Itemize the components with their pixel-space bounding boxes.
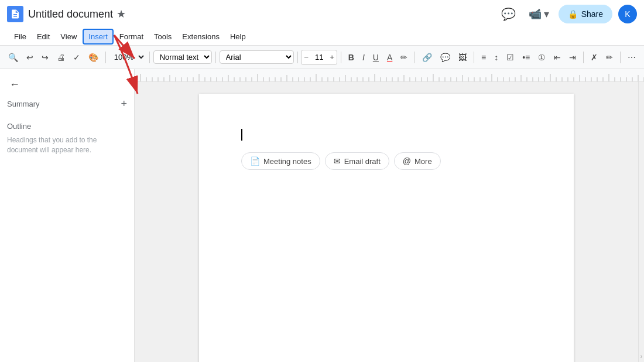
- spellcheck-button[interactable]: ✓: [70, 50, 84, 64]
- menu-item-format[interactable]: Format: [115, 30, 148, 43]
- indent-increase-button[interactable]: ⇥: [566, 50, 580, 64]
- summary-label: Summary: [7, 100, 40, 108]
- highlight-button[interactable]: ✏: [397, 50, 411, 64]
- font-size-decrease[interactable]: −: [302, 53, 311, 62]
- sep3: [215, 52, 216, 63]
- chip-icon: @: [403, 156, 411, 166]
- sep6: [415, 52, 415, 63]
- doc-title[interactable]: Untitled document: [28, 8, 113, 21]
- clear-format-button[interactable]: ✗: [587, 50, 601, 64]
- ai-chip-email-draft[interactable]: ✉Email draft: [325, 152, 389, 170]
- pen-button[interactable]: ✏: [602, 50, 616, 64]
- sep4: [297, 52, 298, 63]
- share-button[interactable]: 🔒 Share: [559, 5, 612, 23]
- font-size-area: − +: [301, 50, 337, 65]
- sidebar-back-button[interactable]: ←: [7, 76, 22, 93]
- video-button[interactable]: 📹 ▾: [525, 4, 553, 24]
- undo-button[interactable]: ↩: [23, 50, 37, 64]
- chip-icon: 📄: [250, 156, 260, 166]
- share-label: Share: [581, 9, 603, 19]
- ruler: /* ruler ticks generated in JS below */: [135, 69, 644, 82]
- redo-button[interactable]: ↪: [38, 50, 52, 64]
- menu-item-insert[interactable]: Insert: [83, 29, 114, 45]
- ai-chip-more[interactable]: @More: [394, 152, 441, 170]
- sep1: [105, 52, 106, 63]
- num-list-button[interactable]: ①: [535, 50, 549, 64]
- outline-section: Outline Headings that you add to the doc…: [7, 122, 127, 155]
- menu-item-edit[interactable]: Edit: [32, 30, 54, 43]
- text-cursor: [241, 129, 242, 141]
- menu-item-tools[interactable]: Tools: [149, 30, 176, 43]
- image-button[interactable]: 🖼: [455, 50, 470, 64]
- chip-label: More: [415, 157, 432, 166]
- search-button[interactable]: 🔍: [5, 50, 22, 64]
- sep9: [620, 52, 621, 63]
- sidebar: ← Summary + Outline Headings that you ad…: [0, 69, 135, 362]
- italic-button[interactable]: I: [359, 50, 368, 64]
- sep8: [583, 52, 584, 63]
- title-bar: Untitled document ★ 💬 📹 ▾ 🔒 Share K: [0, 0, 644, 28]
- outline-description: Headings that you add to the document wi…: [7, 135, 127, 155]
- summary-add-button[interactable]: +: [121, 98, 127, 110]
- paint-format-button[interactable]: 🎨: [85, 50, 102, 64]
- doc-area[interactable]: 📄Meeting notes✉Email draft@More Activate…: [135, 82, 638, 362]
- video-chevron: ▾: [544, 8, 549, 21]
- font-color-button[interactable]: A: [383, 50, 396, 64]
- chip-icon: ✉: [334, 156, 341, 166]
- video-icon: 📹: [529, 8, 542, 21]
- right-scrollbar[interactable]: ›: [638, 82, 644, 362]
- line-spacing-button[interactable]: ↕: [491, 50, 502, 64]
- font-size-input[interactable]: [311, 53, 327, 62]
- scrollbar-collapse-icon[interactable]: ›: [640, 353, 642, 360]
- menu-item-help[interactable]: Help: [225, 30, 251, 43]
- main: ← Summary + Outline Headings that you ad…: [0, 69, 644, 362]
- checklist-button[interactable]: ☑: [503, 50, 518, 64]
- sep7: [474, 52, 474, 63]
- toolbar: 🔍 ↩ ↪ 🖨 ✓ 🎨 100%75%50% Normal textHeadin…: [0, 46, 644, 69]
- style-select[interactable]: Normal textHeading 1Heading 2: [153, 50, 212, 64]
- menu-item-file[interactable]: File: [9, 30, 31, 43]
- sep5: [341, 52, 341, 63]
- font-size-increase[interactable]: +: [327, 53, 337, 62]
- doc-icon: [7, 6, 23, 22]
- ruler-container: /* ruler ticks generated in JS below */ …: [135, 69, 644, 362]
- underline-button[interactable]: U: [369, 50, 382, 64]
- menu-item-view[interactable]: View: [56, 30, 81, 43]
- title-right: 💬 📹 ▾ 🔒 Share K: [498, 4, 637, 25]
- expand-button[interactable]: ⋯: [624, 50, 639, 64]
- comments-button[interactable]: 💬: [498, 4, 519, 25]
- summary-row: Summary +: [7, 98, 127, 110]
- font-select[interactable]: ArialTimes New Roman: [220, 50, 294, 64]
- title-area: Untitled document ★: [28, 8, 493, 21]
- align-button[interactable]: ≡: [478, 50, 489, 64]
- ai-chips: 📄Meeting notes✉Email draft@More: [241, 152, 532, 170]
- chip-label: Meeting notes: [263, 157, 311, 166]
- ai-chip-meeting-notes[interactable]: 📄Meeting notes: [241, 152, 320, 170]
- sep2: [149, 52, 150, 63]
- bold-button[interactable]: B: [345, 50, 358, 64]
- indent-decrease-button[interactable]: ⇤: [550, 50, 564, 64]
- link-button[interactable]: 🔗: [419, 50, 436, 64]
- doc-page[interactable]: 📄Meeting notes✉Email draft@More Activate…: [199, 94, 574, 362]
- print-button[interactable]: 🖨: [53, 50, 68, 64]
- bullet-list-button[interactable]: •≡: [519, 50, 533, 64]
- menu-item-extensions[interactable]: Extensions: [177, 30, 224, 43]
- chip-label: Email draft: [344, 157, 381, 166]
- avatar[interactable]: K: [618, 5, 637, 23]
- star-icon[interactable]: ★: [117, 8, 126, 21]
- outline-title: Outline: [7, 122, 127, 131]
- lock-icon: 🔒: [568, 9, 578, 19]
- comment-button[interactable]: 💬: [437, 50, 454, 64]
- menu-bar: FileEditViewInsertFormatToolsExtensionsH…: [0, 28, 644, 46]
- zoom-select[interactable]: 100%75%50%: [109, 51, 146, 63]
